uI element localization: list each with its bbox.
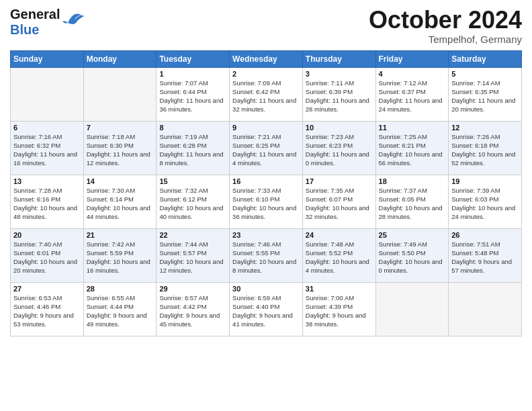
logo: General Blue bbox=[10, 7, 85, 38]
calendar-cell: 24Sunrise: 7:48 AM Sunset: 5:52 PM Dayli… bbox=[302, 228, 375, 282]
day-info: Sunrise: 7:37 AM Sunset: 6:05 PM Dayligh… bbox=[379, 186, 446, 222]
header-row: Sunday Monday Tuesday Wednesday Thursday… bbox=[11, 50, 522, 67]
day-number: 20 bbox=[13, 231, 81, 239]
col-monday: Monday bbox=[83, 50, 157, 67]
calendar-cell: 3Sunrise: 7:11 AM Sunset: 6:39 PM Daylig… bbox=[302, 67, 375, 121]
col-thursday: Thursday bbox=[302, 50, 375, 67]
calendar-cell: 28Sunrise: 6:55 AM Sunset: 4:44 PM Dayli… bbox=[83, 282, 157, 336]
day-info: Sunrise: 7:26 AM Sunset: 6:18 PM Dayligh… bbox=[451, 132, 519, 168]
calendar-cell: 21Sunrise: 7:42 AM Sunset: 5:59 PM Dayli… bbox=[83, 228, 157, 282]
day-info: Sunrise: 6:59 AM Sunset: 4:40 PM Dayligh… bbox=[232, 293, 300, 329]
day-info: Sunrise: 7:28 AM Sunset: 6:16 PM Dayligh… bbox=[13, 186, 81, 222]
day-number: 8 bbox=[159, 124, 226, 132]
day-number: 17 bbox=[306, 177, 373, 185]
header: General Blue October 2024 Tempelhof, Ger… bbox=[10, 7, 522, 45]
day-number: 1 bbox=[159, 70, 226, 78]
day-number: 18 bbox=[379, 177, 446, 185]
col-saturday: Saturday bbox=[449, 50, 522, 67]
title-area: October 2024 Tempelhof, Germany bbox=[369, 7, 522, 45]
day-number: 3 bbox=[306, 70, 373, 78]
location: Tempelhof, Germany bbox=[369, 34, 522, 45]
calendar-cell: 19Sunrise: 7:39 AM Sunset: 6:03 PM Dayli… bbox=[449, 175, 522, 228]
day-number: 28 bbox=[87, 285, 154, 293]
calendar-cell bbox=[449, 282, 522, 336]
calendar-cell: 10Sunrise: 7:23 AM Sunset: 6:23 PM Dayli… bbox=[302, 121, 375, 175]
calendar-cell bbox=[375, 282, 449, 336]
day-info: Sunrise: 7:46 AM Sunset: 5:55 PM Dayligh… bbox=[232, 240, 300, 275]
col-sunday: Sunday bbox=[11, 50, 84, 67]
day-number: 7 bbox=[87, 124, 154, 132]
day-info: Sunrise: 7:44 AM Sunset: 5:57 PM Dayligh… bbox=[159, 240, 226, 275]
day-info: Sunrise: 7:32 AM Sunset: 6:12 PM Dayligh… bbox=[159, 186, 226, 222]
week-row-4: 20Sunrise: 7:40 AM Sunset: 6:01 PM Dayli… bbox=[11, 228, 522, 282]
day-info: Sunrise: 7:18 AM Sunset: 6:30 PM Dayligh… bbox=[87, 132, 154, 168]
day-number: 4 bbox=[379, 70, 446, 78]
calendar-cell: 31Sunrise: 7:00 AM Sunset: 4:39 PM Dayli… bbox=[302, 282, 375, 336]
week-row-1: 1Sunrise: 7:07 AM Sunset: 6:44 PM Daylig… bbox=[11, 67, 522, 121]
logo-blue: Blue bbox=[10, 22, 39, 37]
day-info: Sunrise: 7:25 AM Sunset: 6:21 PM Dayligh… bbox=[379, 132, 446, 168]
day-number: 14 bbox=[87, 177, 154, 185]
day-number: 29 bbox=[159, 285, 226, 293]
calendar-cell: 15Sunrise: 7:32 AM Sunset: 6:12 PM Dayli… bbox=[157, 175, 230, 228]
day-number: 9 bbox=[232, 124, 300, 132]
week-row-3: 13Sunrise: 7:28 AM Sunset: 6:16 PM Dayli… bbox=[11, 175, 522, 228]
calendar-cell: 29Sunrise: 6:57 AM Sunset: 4:42 PM Dayli… bbox=[157, 282, 230, 336]
calendar-cell: 26Sunrise: 7:51 AM Sunset: 5:48 PM Dayli… bbox=[449, 228, 522, 282]
day-info: Sunrise: 7:09 AM Sunset: 6:42 PM Dayligh… bbox=[232, 79, 300, 114]
calendar-cell: 13Sunrise: 7:28 AM Sunset: 6:16 PM Dayli… bbox=[11, 175, 84, 228]
calendar-cell: 20Sunrise: 7:40 AM Sunset: 6:01 PM Dayli… bbox=[11, 228, 84, 282]
day-info: Sunrise: 7:19 AM Sunset: 6:28 PM Dayligh… bbox=[159, 132, 226, 168]
day-number: 16 bbox=[232, 177, 300, 185]
day-number: 19 bbox=[451, 177, 519, 185]
calendar-cell: 8Sunrise: 7:19 AM Sunset: 6:28 PM Daylig… bbox=[157, 121, 230, 175]
calendar-cell: 11Sunrise: 7:25 AM Sunset: 6:21 PM Dayli… bbox=[375, 121, 449, 175]
day-number: 21 bbox=[87, 231, 154, 239]
day-info: Sunrise: 7:40 AM Sunset: 6:01 PM Dayligh… bbox=[13, 240, 81, 275]
day-number: 22 bbox=[159, 231, 226, 239]
week-row-2: 6Sunrise: 7:16 AM Sunset: 6:32 PM Daylig… bbox=[11, 121, 522, 175]
calendar-cell: 14Sunrise: 7:30 AM Sunset: 6:14 PM Dayli… bbox=[83, 175, 157, 228]
calendar-cell: 1Sunrise: 7:07 AM Sunset: 6:44 PM Daylig… bbox=[157, 67, 230, 121]
day-info: Sunrise: 7:33 AM Sunset: 6:10 PM Dayligh… bbox=[232, 186, 300, 222]
calendar-cell bbox=[83, 67, 157, 121]
day-info: Sunrise: 6:53 AM Sunset: 4:46 PM Dayligh… bbox=[13, 293, 81, 329]
day-info: Sunrise: 7:14 AM Sunset: 6:35 PM Dayligh… bbox=[451, 79, 519, 114]
calendar-cell: 17Sunrise: 7:35 AM Sunset: 6:07 PM Dayli… bbox=[302, 175, 375, 228]
day-info: Sunrise: 7:49 AM Sunset: 5:50 PM Dayligh… bbox=[379, 240, 446, 275]
col-wednesday: Wednesday bbox=[230, 50, 303, 67]
calendar-cell: 22Sunrise: 7:44 AM Sunset: 5:57 PM Dayli… bbox=[157, 228, 230, 282]
day-number: 25 bbox=[379, 231, 446, 239]
col-friday: Friday bbox=[375, 50, 449, 67]
day-number: 5 bbox=[451, 70, 519, 78]
day-info: Sunrise: 7:21 AM Sunset: 6:25 PM Dayligh… bbox=[232, 132, 300, 168]
day-number: 10 bbox=[306, 124, 373, 132]
day-number: 12 bbox=[451, 124, 519, 132]
day-info: Sunrise: 7:16 AM Sunset: 6:32 PM Dayligh… bbox=[13, 132, 81, 168]
logo-area: General Blue bbox=[10, 7, 85, 38]
calendar-cell: 25Sunrise: 7:49 AM Sunset: 5:50 PM Dayli… bbox=[375, 228, 449, 282]
logo-text: General Blue bbox=[10, 7, 60, 38]
day-info: Sunrise: 7:11 AM Sunset: 6:39 PM Dayligh… bbox=[306, 79, 373, 114]
day-info: Sunrise: 7:42 AM Sunset: 5:59 PM Dayligh… bbox=[87, 240, 154, 275]
day-info: Sunrise: 7:00 AM Sunset: 4:39 PM Dayligh… bbox=[306, 293, 373, 329]
calendar-cell: 2Sunrise: 7:09 AM Sunset: 6:42 PM Daylig… bbox=[230, 67, 303, 121]
col-tuesday: Tuesday bbox=[157, 50, 230, 67]
day-number: 6 bbox=[13, 124, 81, 132]
calendar-cell: 5Sunrise: 7:14 AM Sunset: 6:35 PM Daylig… bbox=[449, 67, 522, 121]
day-number: 11 bbox=[379, 124, 446, 132]
calendar-cell: 18Sunrise: 7:37 AM Sunset: 6:05 PM Dayli… bbox=[375, 175, 449, 228]
day-info: Sunrise: 7:51 AM Sunset: 5:48 PM Dayligh… bbox=[451, 240, 519, 275]
calendar-cell: 9Sunrise: 7:21 AM Sunset: 6:25 PM Daylig… bbox=[230, 121, 303, 175]
calendar-cell: 30Sunrise: 6:59 AM Sunset: 4:40 PM Dayli… bbox=[230, 282, 303, 336]
calendar-cell bbox=[11, 67, 84, 121]
day-number: 23 bbox=[232, 231, 300, 239]
day-number: 2 bbox=[232, 70, 300, 78]
page: General Blue October 2024 Tempelhof, Ger… bbox=[0, 0, 532, 411]
day-number: 15 bbox=[159, 177, 226, 185]
calendar-cell: 7Sunrise: 7:18 AM Sunset: 6:30 PM Daylig… bbox=[83, 121, 157, 175]
week-row-5: 27Sunrise: 6:53 AM Sunset: 4:46 PM Dayli… bbox=[11, 282, 522, 336]
day-number: 13 bbox=[13, 177, 81, 185]
day-number: 24 bbox=[306, 231, 373, 239]
calendar-cell: 6Sunrise: 7:16 AM Sunset: 6:32 PM Daylig… bbox=[11, 121, 84, 175]
